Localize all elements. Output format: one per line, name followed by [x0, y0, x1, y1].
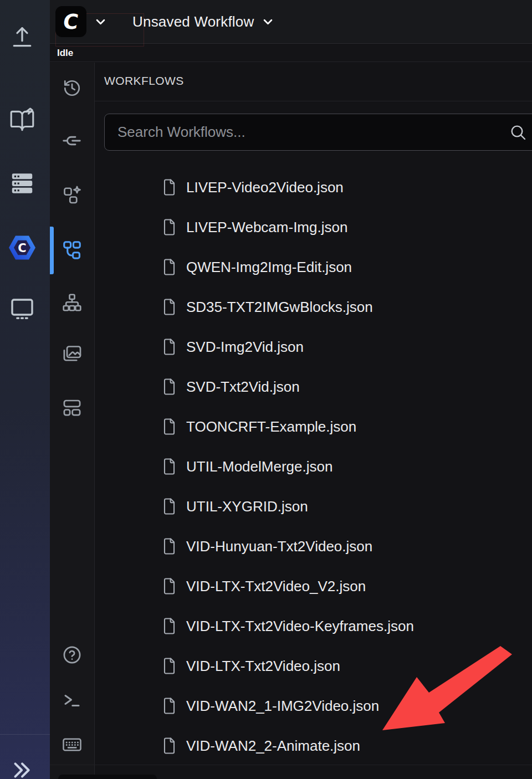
file-icon: [162, 378, 176, 395]
workflow-list: LIVEP-Video2Video.jsonLIVEP-Webcam-Img.j…: [95, 167, 532, 766]
workflow-filename: UTIL-ModelMerge.json: [186, 458, 332, 475]
workflow-filename: VID-WAN2_2-Animate.json: [186, 737, 360, 755]
bottom-overlay-panel: [58, 775, 157, 779]
desktop-icon: [9, 295, 35, 322]
help-icon: [62, 645, 82, 665]
file-icon: [162, 219, 176, 235]
workflow-list-item[interactable]: UTIL-ModelMerge.json: [95, 447, 532, 486]
workflow-filename: LIVEP-Webcam-Img.json: [186, 219, 347, 236]
file-icon: [162, 658, 176, 674]
workflow-filename: VID-WAN2_1-IMG2Video.json: [186, 698, 379, 715]
workflow-list-item[interactable]: VID-LTX-Txt2Video_V2.json: [95, 566, 532, 606]
tool-button-link[interactable]: [60, 129, 84, 153]
tool-button-workflows[interactable]: [60, 238, 84, 262]
workflow-list-item[interactable]: QWEN-Img2Img-Edit.json: [95, 247, 532, 287]
workflow-filename: QWEN-Img2Img-Edit.json: [186, 259, 352, 276]
model-tree-icon: [62, 293, 82, 312]
workflow-filename: SVD-Txt2Vid.json: [186, 378, 300, 396]
node-library-icon: [62, 184, 82, 204]
bottom-divider: [50, 765, 532, 765]
workflow-list-item[interactable]: LIVEP-Webcam-Img.json: [95, 207, 532, 247]
file-icon: [162, 538, 176, 555]
layout-templates-icon: [62, 397, 82, 417]
workflow-list-item[interactable]: VID-LTX-Txt2Video.json: [95, 646, 532, 686]
workflow-filename: SVD-Img2Vid.json: [186, 339, 304, 356]
workflow-selector-chevron-down-icon: [260, 16, 275, 28]
workflow-list-item[interactable]: UTIL-XYGRID.json: [95, 486, 532, 526]
workflow-list-item[interactable]: VID-Hunyuan-Txt2Video.json: [95, 526, 532, 566]
link-icon: [62, 131, 82, 151]
workflows-panel: WORKFLOWS LIVEP-Video2Video.jsonLIVEP-We…: [95, 63, 532, 779]
status-bar: Idle: [50, 44, 532, 62]
keyboard-shortcuts-icon: [62, 734, 83, 755]
workflow-list-item[interactable]: TOONCRFT-Example.json: [95, 407, 532, 447]
gallery-icon: [62, 344, 82, 364]
rail-button-desktop[interactable]: [7, 293, 38, 324]
workflow-list-item[interactable]: LIVEP-Video2Video.json: [95, 167, 532, 207]
workflow-list-item[interactable]: SVD-Txt2Vid.json: [95, 367, 532, 407]
workflow-list-item[interactable]: VID-WAN2_1-IMG2Video.json: [95, 686, 532, 726]
comfyui-hexagon-logo: C: [7, 232, 38, 263]
tool-button-history[interactable]: [60, 76, 84, 100]
file-icon: [162, 458, 176, 475]
file-icon: [162, 578, 176, 594]
file-icon: [162, 618, 176, 634]
tool-button-keyboard-shortcuts[interactable]: [60, 732, 84, 757]
left-rail: C: [0, 0, 50, 779]
file-icon: [162, 418, 176, 435]
tool-button-layout-templates[interactable]: [60, 395, 84, 419]
tool-button-terminal[interactable]: [60, 688, 84, 712]
file-icon: [162, 339, 176, 355]
rail-button-expand-chevrons[interactable]: [7, 755, 38, 779]
workflow-filename: VID-LTX-Txt2Video_V2.json: [186, 578, 366, 595]
rail-button-server-queue[interactable]: [7, 168, 38, 199]
comfyui-logo-button[interactable]: C: [55, 6, 86, 37]
top-menu-bar: C Unsaved Workflow: [50, 0, 532, 44]
workflow-filename: TOONCRFT-Example.json: [186, 418, 356, 435]
file-icon: [162, 737, 176, 754]
workflow-filename: LIVEP-Video2Video.json: [186, 179, 344, 196]
tool-button-help[interactable]: [60, 643, 84, 667]
docs-book-icon: [8, 106, 36, 134]
workflow-filename: VID-LTX-Txt2Video.json: [186, 658, 340, 675]
tool-button-node-library[interactable]: [60, 182, 84, 207]
file-icon: [162, 698, 176, 714]
workflow-selector-label: Unsaved Workflow: [132, 13, 254, 30]
workflows-icon: [62, 239, 83, 260]
workflow-list-item[interactable]: SD35-TXT2IMGwBlocks.json: [95, 287, 532, 327]
workflow-list-item[interactable]: VID-LTX-Txt2Video-Keyframes.json: [95, 606, 532, 646]
tool-button-model-tree[interactable]: [60, 290, 84, 315]
logo-menu-chevron-down-icon[interactable]: [93, 16, 108, 28]
expand-chevrons-icon: [11, 759, 33, 779]
sidebar-comfyui-logo[interactable]: C: [7, 232, 38, 263]
workflow-filename: UTIL-XYGRID.json: [186, 498, 308, 515]
file-icon: [162, 299, 176, 315]
upload-icon: [9, 24, 35, 50]
terminal-icon: [62, 690, 82, 710]
comfyui-logo: C: [62, 12, 80, 32]
file-icon: [162, 179, 176, 196]
workflow-filename: VID-Hunyuan-Txt2Video.json: [186, 538, 372, 555]
file-icon: [162, 498, 176, 515]
tool-rail: [50, 63, 95, 779]
search-workflows-input[interactable]: [104, 114, 532, 151]
workflow-list-item[interactable]: SVD-Img2Vid.json: [95, 327, 532, 367]
panel-title: WORKFLOWS: [104, 74, 184, 88]
rail-button-upload[interactable]: [7, 22, 38, 53]
workflow-filename: SD35-TXT2IMGwBlocks.json: [186, 299, 373, 316]
workflow-selector-button[interactable]: Unsaved Workflow: [132, 13, 275, 30]
history-icon: [63, 79, 81, 98]
rail-button-docs-book[interactable]: [7, 104, 38, 135]
svg-text:C: C: [18, 242, 26, 255]
tool-button-gallery[interactable]: [60, 342, 84, 366]
left-rail-divider: [0, 734, 50, 735]
panel-header-divider: [95, 101, 532, 101]
active-tab-indicator: [50, 227, 54, 274]
server-queue-icon: [9, 171, 35, 196]
workflow-list-item[interactable]: VID-WAN2_2-Animate.json: [95, 726, 532, 766]
status-label: Idle: [57, 48, 73, 59]
file-icon: [162, 259, 176, 275]
workflow-filename: VID-LTX-Txt2Video-Keyframes.json: [186, 618, 414, 635]
